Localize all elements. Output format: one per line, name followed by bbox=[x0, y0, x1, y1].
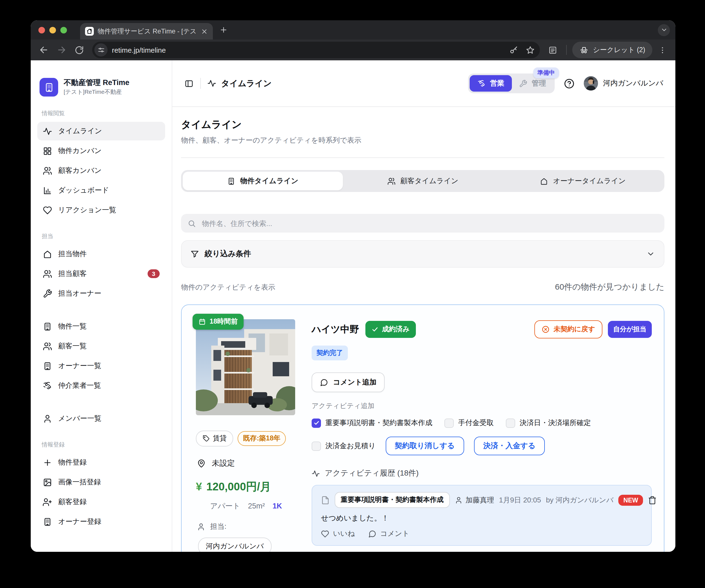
reload-icon[interactable] bbox=[71, 42, 87, 58]
checkbox-deposit[interactable]: 手付金受取 bbox=[444, 418, 494, 428]
zoom-window-button[interactable] bbox=[60, 27, 67, 33]
site-settings-icon[interactable] bbox=[94, 43, 107, 56]
sidebar-item-property-kanban[interactable]: 物件カンバン bbox=[37, 142, 165, 160]
sidebar-item-label: 仲介業者一覧 bbox=[58, 381, 101, 391]
browser-menu-kebab-icon[interactable] bbox=[655, 42, 670, 58]
tab-label: オーナータイムライン bbox=[553, 176, 626, 186]
settle-payment-button[interactable]: 決済・入金する bbox=[474, 437, 545, 455]
app-brand[interactable]: 不動産管理 ReTime [テスト]ReTime不動産 bbox=[40, 78, 163, 97]
activity-icon bbox=[43, 127, 52, 136]
chevron-down-icon bbox=[646, 250, 655, 258]
browser-tab[interactable]: 物件管理サービス ReTime - [テス bbox=[80, 23, 213, 40]
trash-icon[interactable] bbox=[648, 496, 657, 504]
property-card-left: 18時間前 bbox=[196, 315, 297, 552]
sidebar-item-assigned-customers[interactable]: 担当顧客 3 bbox=[37, 264, 165, 283]
sidebar-item-label: タイムライン bbox=[58, 126, 102, 136]
history-actions: いいね コメント bbox=[321, 529, 643, 539]
users-icon bbox=[43, 269, 52, 278]
incognito-badge[interactable]: シークレット (2) bbox=[572, 42, 652, 58]
add-comment-button[interactable]: コメント追加 bbox=[312, 373, 385, 392]
sidebar-item-dashboard[interactable]: ダッシュボード bbox=[37, 181, 165, 200]
close-window-button[interactable] bbox=[38, 27, 45, 33]
assignee-label: 担当: bbox=[210, 522, 226, 532]
back-icon[interactable] bbox=[36, 42, 52, 58]
sidebar-item-owner-list[interactable]: オーナー一覧 bbox=[37, 356, 165, 375]
tab-customer-timeline[interactable]: 顧客タイムライン bbox=[343, 172, 503, 190]
sidebar-item-assigned-properties[interactable]: 担当物件 bbox=[37, 245, 165, 263]
header-title: タイムライン bbox=[221, 78, 272, 89]
sidebar-item-property-list[interactable]: 物件一覧 bbox=[37, 317, 165, 336]
property-location: 未設定 bbox=[196, 458, 297, 469]
sales-mode-label: 営業 bbox=[490, 79, 504, 88]
tab-search-chevron-button[interactable] bbox=[658, 24, 670, 36]
sidebar-item-member-list[interactable]: メンバー一覧 bbox=[37, 409, 165, 428]
heart-icon bbox=[43, 205, 52, 215]
sidebar-item-customer-list[interactable]: 顧客一覧 bbox=[37, 337, 165, 355]
checkbox-settlement-date[interactable]: 決済日・決済場所確定 bbox=[506, 418, 591, 428]
like-button[interactable]: いいね bbox=[321, 529, 355, 539]
comment-label: コメント bbox=[380, 529, 409, 539]
browser-window: 物件管理サービス ReTime - [テス bbox=[31, 20, 675, 552]
page-title: タイムライン bbox=[181, 118, 664, 131]
tab-close-icon[interactable] bbox=[201, 28, 208, 35]
sidebar-item-owner-register[interactable]: オーナー登録 bbox=[37, 512, 165, 531]
app-content: 不動産管理 ReTime [テスト]ReTime不動産 情報閲覧 タイムライン … bbox=[31, 60, 675, 552]
history-body: せつめいました。！ bbox=[321, 513, 643, 523]
user-icon bbox=[197, 523, 205, 531]
sales-mode-button[interactable]: 営業 bbox=[470, 75, 512, 92]
bookmark-star-icon[interactable] bbox=[524, 44, 536, 56]
filter-label: 絞り込み条件 bbox=[205, 249, 251, 259]
sidebar-item-assigned-owners[interactable]: 担当オーナー bbox=[37, 284, 165, 303]
address-bar[interactable]: retime.jp/timeline bbox=[92, 42, 540, 58]
user-menu[interactable]: 河内ガンバルンバ bbox=[584, 76, 663, 91]
checkbox-unchecked-icon[interactable] bbox=[312, 441, 321, 451]
desktop: 物件管理サービス ReTime - [テス bbox=[0, 0, 705, 588]
app-tenant-name: [テスト]ReTime不動産 bbox=[64, 88, 130, 96]
sidebar-item-customer-register[interactable]: 顧客登録 bbox=[37, 493, 165, 511]
assignee-chip[interactable]: 河内ガンバルンバ bbox=[198, 538, 272, 552]
checkbox-estimate[interactable]: 決済金お見積り bbox=[312, 441, 376, 451]
property-specs: アパート 25m² 1K bbox=[210, 501, 297, 511]
calendar-icon bbox=[199, 318, 206, 325]
sidebar-item-timeline[interactable]: タイムライン bbox=[37, 122, 165, 140]
sidebar-toggle-icon[interactable] bbox=[184, 79, 194, 88]
property-title-row: ハイツ中野 成約済み 未契約に戻す bbox=[312, 320, 652, 338]
spec-area: 25m² bbox=[248, 502, 265, 510]
activity-add-label: アクティビティ追加 bbox=[312, 401, 652, 411]
forward-icon[interactable] bbox=[54, 42, 69, 58]
new-tab-button[interactable] bbox=[220, 26, 228, 34]
comment-button[interactable]: コメント bbox=[368, 529, 409, 539]
property-photo[interactable] bbox=[196, 319, 295, 415]
cancel-contract-button[interactable]: 契約取り消しする bbox=[385, 437, 464, 455]
help-icon[interactable] bbox=[563, 78, 575, 89]
sidebar-item-customer-kanban[interactable]: 顧客カンバン bbox=[37, 161, 165, 180]
spec-type: アパート bbox=[210, 501, 240, 511]
checkbox-checked-icon[interactable] bbox=[312, 418, 321, 428]
filter-panel-header[interactable]: 絞り込み条件 bbox=[181, 240, 664, 268]
sidebar-item-reactions[interactable]: リアクション一覧 bbox=[37, 201, 165, 219]
page-divider bbox=[181, 157, 664, 158]
activity-icon bbox=[312, 469, 320, 478]
tab-property-timeline[interactable]: 物件タイムライン bbox=[183, 172, 343, 190]
checkbox-unchecked-icon[interactable] bbox=[444, 418, 454, 428]
tab-owner-timeline[interactable]: オーナータイムライン bbox=[503, 172, 663, 190]
map-pin-icon bbox=[197, 459, 206, 468]
activity-checkbox-row-1: 重要事項説明書・契約書製本作成 手付金受取 決済日・決済場所確定 bbox=[312, 418, 652, 428]
search-input[interactable] bbox=[201, 218, 658, 228]
revert-contract-button[interactable]: 未契約に戻す bbox=[534, 320, 602, 338]
passwords-key-icon[interactable] bbox=[508, 44, 520, 56]
checkbox-docs[interactable]: 重要事項説明書・契約書製本作成 bbox=[312, 418, 432, 428]
property-search[interactable] bbox=[181, 214, 664, 233]
sidebar-item-broker-list[interactable]: 仲介業者一覧 bbox=[37, 376, 165, 395]
page-subtitle: 物件、顧客、オーナーのアクティビティを時系列で表示 bbox=[181, 136, 664, 145]
kanban-grid-icon bbox=[43, 146, 52, 155]
property-title: ハイツ中野 bbox=[312, 323, 359, 336]
checkbox-unchecked-icon[interactable] bbox=[506, 418, 515, 428]
sidebar-item-property-register[interactable]: 物件登録 bbox=[37, 453, 165, 472]
building-age-tag: 既存:築18年 bbox=[238, 431, 286, 446]
reading-list-icon[interactable] bbox=[545, 42, 561, 58]
sidebar-item-image-bulk-register[interactable]: 画像一括登録 bbox=[37, 473, 165, 491]
building-icon bbox=[43, 361, 52, 371]
minimize-window-button[interactable] bbox=[49, 27, 56, 33]
history-actor-name: 加藤真理 bbox=[466, 495, 494, 505]
